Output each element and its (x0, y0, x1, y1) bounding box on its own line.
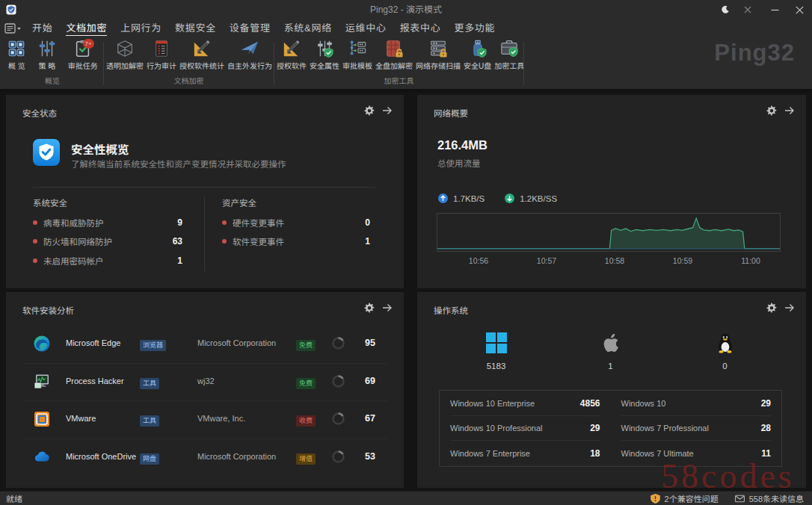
platform-windows: 5183 (439, 331, 553, 371)
price-badge-slot: 免费 (296, 375, 316, 389)
network-traffic-chart (437, 213, 781, 252)
settings-gear-icon[interactable] (364, 105, 375, 116)
menu-tab-system-network[interactable]: 系统&网络 (277, 19, 339, 37)
dim-close-icon (744, 6, 751, 13)
close-icon (796, 6, 804, 14)
transparent-crypto-cube-icon (115, 39, 135, 58)
category-badge-slot: 工具 (140, 375, 159, 389)
score-ring-icon (331, 336, 345, 350)
licensed-software-stats-icon (192, 39, 212, 58)
category-badge-slot: 工具 (140, 412, 159, 427)
category-badge: 浏览器 (140, 340, 166, 351)
approval-tasks-icon: 7+ (73, 39, 93, 58)
windows-logo-icon (486, 331, 507, 353)
security-row-hardware-change[interactable]: 硬件变更事件 0 (222, 213, 370, 232)
menu-tab-web-behavior[interactable]: 上网行为 (114, 19, 168, 37)
policy-sliders-icon (37, 39, 57, 58)
network-storage-scan-icon (428, 39, 448, 58)
title-bar: Ping32 - 演示模式 (0, 0, 812, 19)
security-row-firewall-network[interactable]: 防火墙和网络防护 63 (33, 232, 182, 252)
software-analysis-card: 软件安装分析 Microsoft Edge 浏览器 Microsoft Corp… (6, 292, 404, 488)
asset-security-section: 资产安全 硬件变更事件 0 软件变更事件 1 (222, 196, 370, 251)
menu-tab-report-center[interactable]: 报表中心 (393, 19, 448, 37)
security-overview-title: 安全性概览 (71, 140, 129, 157)
open-detail-arrow-icon[interactable] (382, 105, 393, 116)
ribbon-separator (274, 42, 274, 85)
linux-tux-icon (716, 331, 734, 353)
upload-circle-icon (438, 193, 448, 203)
onedrive-icon (33, 448, 51, 466)
moon-icon (721, 5, 730, 14)
software-row-microsoft-edge[interactable]: Microsoft Edge 浏览器 Microsoft Corporation… (6, 325, 404, 363)
settings-gear-icon[interactable] (766, 303, 777, 313)
ribbon-group-label-overview: 概览 (1, 75, 103, 86)
open-detail-arrow-icon[interactable] (784, 303, 795, 313)
security-row-software-change[interactable]: 软件变更事件 1 (222, 232, 370, 252)
score-ring-icon (331, 374, 345, 388)
card-title: 软件安装分析 (22, 304, 74, 316)
category-badge-slot: 浏览器 (140, 337, 166, 351)
exit-demo-button[interactable] (736, 0, 759, 19)
compatibility-warning-shield-icon (650, 494, 660, 504)
compatibility-warning[interactable]: 2个兼容性问题 (665, 492, 719, 504)
process-hacker-icon (33, 373, 51, 391)
status-right-group: 2个兼容性问题 558条未读信息 (650, 492, 804, 504)
messages-envelope-icon (735, 494, 745, 504)
theme-toggle-button[interactable] (714, 0, 736, 19)
close-button[interactable] (787, 0, 812, 19)
apple-count: 1 (608, 362, 612, 371)
menu-tab-document-encryption[interactable]: 文档加密 (59, 19, 114, 37)
vmware-icon (33, 410, 51, 428)
unread-messages[interactable]: 558条未读信息 (749, 492, 804, 504)
brand-logo: Ping32 (714, 40, 795, 66)
security-row-virus-threat[interactable]: 病毒和威胁防护 9 (33, 213, 182, 232)
download-rate: 1.2KB/SS (520, 194, 557, 203)
apple-logo-icon (602, 331, 620, 353)
os-table-cell: Windows 7 Enterprise 18 (440, 441, 611, 466)
software-list: Microsoft Edge 浏览器 Microsoft Corporation… (6, 325, 404, 476)
settings-gear-icon[interactable] (766, 105, 777, 116)
divider (33, 187, 375, 188)
ribbon-group-label-document-encryption: 文档加密 (105, 75, 273, 86)
card-title: 安全状态 (22, 107, 57, 119)
software-row-process-hacker[interactable]: Process Hacker 工具 wj32 免费 69 (6, 363, 404, 401)
price-badge: 收费 (296, 415, 316, 427)
price-badge: 免费 (296, 378, 316, 389)
menu-tab-more-features[interactable]: 更多功能 (447, 19, 502, 37)
security-shield-icon (33, 139, 60, 166)
licensed-software-icon (282, 39, 301, 58)
minimize-button[interactable] (763, 0, 787, 19)
file-menu-button[interactable] (0, 19, 25, 37)
ribbon-toolbar: 概 览 策 略 7+ 审批任务 透明加解密 行为审计 授权软件统计 自主外发行为 (0, 37, 812, 92)
network-legend: 1.7KB/S 1.2KB/SS (438, 193, 557, 203)
linux-count: 0 (722, 362, 727, 371)
grid-overview-icon (7, 39, 26, 58)
full-disk-crypto-icon (384, 39, 404, 58)
menu-tab-start[interactable]: 开始 (25, 19, 59, 37)
software-row-vmware[interactable]: VMware 工具 VMware, Inc. 收费 67 (6, 400, 404, 439)
menu-tab-data-security[interactable]: 数据安全 (168, 19, 223, 37)
os-table-cell: Windows 10 Enterprise 4856 (440, 391, 611, 416)
network-summary-card: 网络概要 216.4MB 总使用流量 1.7KB/S 1.2KB/SS 10:5… (417, 95, 806, 288)
alert-dot-icon (33, 239, 37, 244)
windows-count: 5183 (487, 362, 506, 371)
chart-x-axis: 10:56 10:57 10:58 10:59 11:00 (437, 256, 781, 267)
network-total-value: 216.4MB (437, 138, 487, 152)
settings-gear-icon[interactable] (364, 303, 375, 313)
os-version-table: Windows 10 Enterprise 4856 Windows 10 29… (439, 390, 782, 467)
menu-tab-device-management[interactable]: 设备管理 (223, 19, 277, 37)
window-title: Ping32 - 演示模式 (0, 0, 812, 19)
open-detail-arrow-icon[interactable] (784, 105, 795, 116)
alert-dot-icon (33, 220, 37, 225)
menu-tab-ops-center[interactable]: 运维中心 (339, 19, 393, 37)
os-table-cell: Windows 10 29 (611, 391, 782, 416)
software-row-microsoft-onedrive[interactable]: Microsoft OneDrive 网盘 Microsoft Corporat… (6, 439, 404, 477)
os-table-cell: Windows 7 Professional 28 (611, 416, 782, 442)
upload-rate: 1.7KB/S (453, 194, 485, 203)
alert-dot-icon (222, 239, 227, 244)
price-badge: 免费 (296, 340, 316, 351)
security-row-no-password-account[interactable]: 未启用密码帐户 1 (33, 251, 182, 270)
card-header-actions (766, 105, 795, 116)
secure-usb-icon (468, 39, 487, 58)
open-detail-arrow-icon[interactable] (382, 303, 393, 313)
